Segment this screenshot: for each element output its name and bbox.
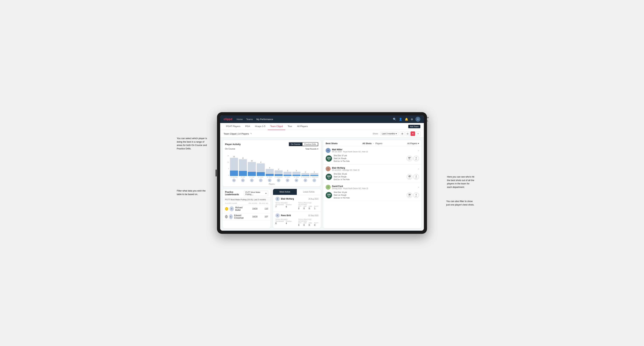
shot-row-1[interactable]: B Blair McHarg 23 Jul 2023 · Ashridge GC… <box>323 165 422 183</box>
chevron-down-icon: ▾ <box>396 133 397 135</box>
shot-player-meta-2: 24 Aug 2023 · Royal North Devon GC, Hole… <box>332 187 368 189</box>
bar-3[interactable] <box>257 163 265 176</box>
tab-all-players[interactable]: All Players <box>294 123 310 130</box>
activity-date-1: 02 Sep 2023 <box>308 215 318 216</box>
tab-pga[interactable]: PGA <box>243 123 252 130</box>
activity-player-header-0: B Blair McHarg 26 Aug 2023 <box>276 197 318 201</box>
metric-circle-2-0: 0 yds <box>413 156 419 161</box>
avatar-circle-6: R <box>286 178 289 182</box>
bar-group-2: 10 <box>248 155 256 176</box>
nav-item-teams[interactable]: Teams <box>246 118 253 121</box>
nav-item-home[interactable]: Home <box>236 118 243 121</box>
x-axis-title: Players <box>222 183 321 186</box>
metric-circle-1-2: 16 yds <box>407 192 412 198</box>
tab-most-active[interactable]: Most Active <box>273 189 297 195</box>
edit-icon[interactable]: ✎ <box>250 133 252 135</box>
avatar[interactable]: U <box>416 117 420 122</box>
chart-container: 15 10 5 0 1312109543322 <box>222 152 321 176</box>
activity-player-name-0: Blair McHarg <box>281 198 294 200</box>
grid-view-button[interactable]: ⊞ <box>400 131 404 136</box>
x-label-5: G. Billingham <box>274 176 282 178</box>
avatar-circle-8: E <box>304 178 307 182</box>
practice-pb-score-1: 18/20 <box>247 215 258 218</box>
shot-row-0[interactable]: M Matt Miller 09 Jun 2023 · Royal North … <box>323 146 422 165</box>
x-label-6: R. Butler <box>284 176 292 178</box>
bar-1[interactable] <box>239 159 247 176</box>
chart-filter-dropdown[interactable]: Total Rounds ▾ <box>306 148 318 150</box>
bar-highlight-8 <box>301 175 310 176</box>
bar-7[interactable] <box>292 172 300 176</box>
nav-item-my-performance[interactable]: My Performance <box>256 118 273 121</box>
bar-4[interactable] <box>266 169 274 176</box>
bar-9[interactable] <box>310 173 318 176</box>
annotation-left-bottom: Filter what data you wish thetable to be… <box>177 189 206 196</box>
tablet-screen: clippd Home Teams My Performance 🔍 👤 🔔 ⊕… <box>220 115 424 231</box>
tab-team-clippd[interactable]: Team Clippd <box>268 123 285 130</box>
bar-group-1: 12 <box>239 155 247 176</box>
practice-row-1: 2 E Edward Crossman 18/20 107 <box>222 213 270 221</box>
avatar-circle-7: M <box>295 178 298 182</box>
avatar-circle-0: B <box>232 178 236 182</box>
shot-info-1: Shot Dist: 43 yds Start Lie: Rough End L… <box>334 173 405 181</box>
bar-0[interactable] <box>230 158 238 176</box>
timescale-dropdown[interactable]: Last 3 months ▾ <box>380 132 398 136</box>
practice-row-0: 1 R Richard Butler 19/20 110 <box>222 205 270 213</box>
add-icon[interactable]: ⊕ <box>411 118 413 121</box>
rank-badge-1: 2 <box>225 215 228 218</box>
practice-player-avatar-1: E <box>229 214 233 219</box>
y-label-15: 15 <box>225 155 229 157</box>
shot-player-meta-0: 09 Jun 2023 · Royal North Devon GC, Hole… <box>332 151 368 153</box>
person-icon[interactable]: 👤 <box>399 118 402 121</box>
most-active-tabs: Most Active Least Active <box>273 189 321 195</box>
player-avatar-5: G <box>274 178 282 182</box>
metric-circle-2-2: 0 yds <box>413 192 419 198</box>
bottom-left-grid: Practice Leaderboards PUTT Must Make Put… <box>222 189 321 228</box>
on-course-toggle[interactable]: On Course <box>289 142 302 146</box>
bar-value-4: 5 <box>269 167 270 169</box>
shots-tab-players[interactable]: Players <box>376 142 382 145</box>
shot-badge-1: 200 SG <box>326 174 332 180</box>
bar-8[interactable] <box>301 173 310 176</box>
bar-highlight-3 <box>257 172 265 176</box>
bar-highlight-1 <box>239 171 247 176</box>
bar-5[interactable] <box>274 170 282 176</box>
bar-value-9: 2 <box>314 171 315 173</box>
bar-2[interactable] <box>248 162 256 176</box>
player-activity-header: Player Activity On Course Practice Drill… <box>222 140 321 148</box>
bell-icon[interactable]: 🔔 <box>405 118 408 121</box>
bar-6[interactable] <box>284 172 292 176</box>
shot-metric-2: 16 yds 0 yds <box>407 192 419 198</box>
player-avatar-9: L <box>310 178 318 182</box>
practice-title: Practice Leaderboards <box>225 191 244 196</box>
shots-tab-all[interactable]: All Shots <box>362 142 372 145</box>
shot-row-2[interactable]: D David Ford 24 Aug 2023 · Royal North D… <box>323 183 422 201</box>
list-view-button[interactable]: ⊟ <box>405 131 410 136</box>
bar-value-0: 13 <box>233 156 235 158</box>
practice-drills-toggle[interactable]: Practice Drills <box>302 142 318 146</box>
chart-section-label: On Course <box>225 148 235 150</box>
all-players-dropdown[interactable]: All Players ▾ <box>407 142 419 145</box>
heart-view-button[interactable]: ♥ <box>410 131 415 136</box>
practice-dropdown[interactable]: PUTT Must Make Putting ... ▾ <box>244 191 268 196</box>
bar-highlight-9 <box>310 175 318 176</box>
activity-tournament-0: 7 <box>276 205 284 208</box>
bar-highlight-2 <box>248 172 256 176</box>
practice-table-header: Player Name PB Score PB Avg SQ <box>222 202 270 205</box>
chevron-right-icon-2: › <box>418 186 419 188</box>
y-axis: 15 10 5 0 <box>225 155 229 176</box>
bars-view-button[interactable]: ≡ <box>416 131 420 136</box>
activity-arg-1: 0 <box>309 224 312 226</box>
team-header: Team Clippd | 14 Players ✎ Show: Last 3 … <box>220 130 424 138</box>
bar-group-5: 4 <box>274 155 282 176</box>
tab-pgat-players[interactable]: PGAT Players <box>224 123 243 130</box>
tab-least-active[interactable]: Least Active <box>297 189 321 195</box>
practice-pb-score-0: 19/20 <box>247 208 258 210</box>
search-icon[interactable]: 🔍 <box>393 118 396 121</box>
practice-leaderboards-card: Practice Leaderboards PUTT Must Make Put… <box>222 189 270 228</box>
shot-metric-1: 43 yds 0 yds <box>407 174 419 180</box>
player-avatar-2: D <box>248 178 256 182</box>
add-team-button[interactable]: Add Team <box>408 125 420 128</box>
tab-hcaps[interactable]: Hcaps 1-5 <box>252 123 268 130</box>
chevron-down-icon: ▾ <box>266 192 266 194</box>
tab-tour[interactable]: Tour <box>285 123 294 130</box>
